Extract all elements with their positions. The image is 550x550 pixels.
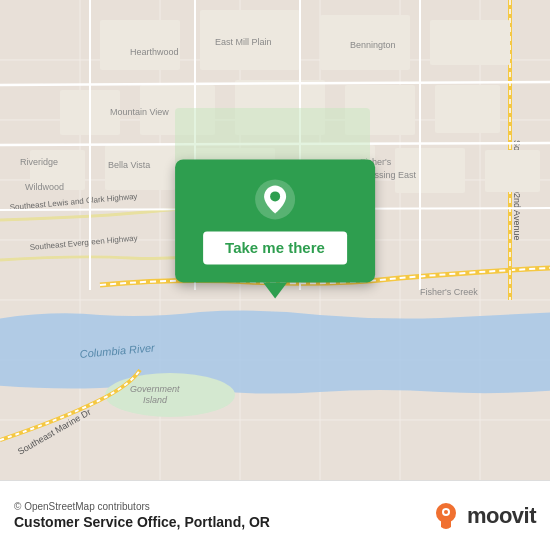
svg-point-62 [444,510,448,514]
svg-text:Riveridge: Riveridge [20,157,58,167]
svg-text:Government: Government [130,384,180,394]
svg-rect-28 [430,20,510,65]
moovit-icon [431,501,461,531]
svg-rect-39 [485,150,540,192]
svg-text:Mountain View: Mountain View [110,107,169,117]
moovit-label: moovit [467,503,536,529]
svg-rect-33 [435,85,500,133]
svg-rect-25 [100,20,180,70]
svg-text:Wildwood: Wildwood [25,182,64,192]
svg-point-15 [105,373,235,417]
popup-bubble: Take me there [175,159,375,282]
location-name: Customer Service Office, Portland, OR [14,514,270,530]
bottom-info: © OpenStreetMap contributors Customer Se… [14,501,270,530]
svg-text:East Mill Plain: East Mill Plain [215,37,272,47]
map-popup: Take me there [175,159,375,298]
map-container: Columbia River Government Island Southea… [0,0,550,480]
svg-text:Hearthwood: Hearthwood [130,47,179,57]
attribution: © OpenStreetMap contributors [14,501,270,512]
take-me-there-button[interactable]: Take me there [203,231,347,264]
svg-text:Island: Island [143,395,168,405]
svg-text:Fisher's Creek: Fisher's Creek [420,287,478,297]
svg-text:Bennington: Bennington [350,40,396,50]
svg-point-59 [270,191,280,201]
bottom-bar: © OpenStreetMap contributors Customer Se… [0,480,550,550]
location-pin-icon [253,177,297,221]
moovit-logo[interactable]: moovit [431,501,536,531]
popup-tail [263,282,287,298]
svg-text:Bella Vista: Bella Vista [108,160,150,170]
